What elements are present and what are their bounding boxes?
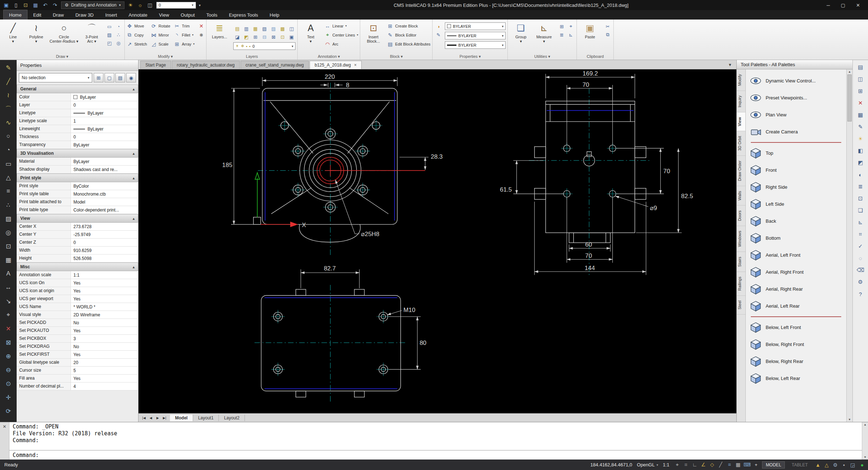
filter-button[interactable]: ◉ xyxy=(126,73,136,82)
hatch-tool[interactable]: ▨ xyxy=(106,31,114,38)
property-row-center-z[interactable]: Center Z0 xyxy=(17,239,138,247)
array-button[interactable]: ⊞Array▾ xyxy=(174,40,195,48)
scroll-up-icon[interactable]: ▲ xyxy=(864,423,867,426)
sun-icon[interactable]: ☼ xyxy=(137,2,144,8)
layer-merge-tool[interactable]: ▣ xyxy=(288,33,295,40)
palette-item-aerial-right-front[interactable]: Aerial, Right Front xyxy=(746,264,846,281)
palette-item-dynamic-view-control[interactable]: Dynamic View Control... xyxy=(746,72,846,89)
zoom-out-tool[interactable]: ⊖ xyxy=(1,363,15,376)
fillet-button[interactable]: ◝Fillet▾ xyxy=(174,31,195,39)
property-row-color[interactable]: ColorByLayer xyxy=(17,93,138,101)
dimension-tool[interactable]: ↔ xyxy=(1,281,15,294)
zoom-extents-tool[interactable]: ⊙ xyxy=(1,377,15,390)
quick-select-button[interactable]: ▤ xyxy=(115,73,125,82)
property-row-ucs-icon-at-origin[interactable]: UCS icon at originYes xyxy=(17,287,138,295)
render[interactable]: ◐ xyxy=(855,170,865,179)
layer-current-tool[interactable]: ⊠ xyxy=(269,33,277,40)
layer-states-tool[interactable]: ▥ xyxy=(242,25,250,32)
annotation-visibility-icon[interactable]: ▲ xyxy=(815,462,821,468)
multiline-tool[interactable]: ≡ xyxy=(1,185,15,198)
spline-tool[interactable]: ∿ xyxy=(1,116,15,129)
line-tool[interactable]: ╱ xyxy=(1,75,15,88)
tool-palettes-toggle[interactable]: ◫ xyxy=(855,75,865,84)
layer-freeze-tool[interactable]: ▨ xyxy=(269,25,277,32)
layer-combo[interactable]: ☀❄▪▪0▾ xyxy=(233,42,295,50)
edit-block-attributes-button[interactable]: ▤Edit Block Attributes xyxy=(387,40,430,48)
palette-tab-inquiry[interactable]: Inquiry xyxy=(737,91,745,112)
close-button[interactable]: ✕ xyxy=(856,3,860,8)
layer-thaw-tool[interactable]: ▩ xyxy=(278,25,286,32)
property-row-cursor-size[interactable]: Cursor size5 xyxy=(17,367,138,375)
ribbon-panel-label-properties[interactable]: Properties ▾ xyxy=(434,54,506,60)
erase-button[interactable]: ✕ xyxy=(198,22,204,30)
status-renderer[interactable]: OpenGL xyxy=(637,462,655,467)
open-icon[interactable]: ⊡ xyxy=(22,2,29,8)
ribbon-tab-help[interactable]: Help xyxy=(264,10,285,20)
find[interactable]: ◌ xyxy=(855,254,865,262)
property-row-linetype[interactable]: LinetypeByLayer xyxy=(17,109,138,117)
scroll-up-icon[interactable]: ▲ xyxy=(848,70,851,73)
property-row-set-pickauto[interactable]: Set PICKAUTOYes xyxy=(17,327,138,335)
ellipse-tool[interactable]: ◔ xyxy=(1,144,15,157)
trim-button[interactable]: ✂Trim xyxy=(174,22,195,30)
list-tool[interactable]: ≣ xyxy=(558,31,566,38)
status-coordinates[interactable]: 184.4162,84.4671,0 xyxy=(590,462,632,467)
calculator[interactable]: ⌗ xyxy=(855,230,865,239)
ribbon-panel-label-block[interactable]: Block ▾ xyxy=(362,54,430,60)
cut-tool[interactable]: ✂ xyxy=(604,23,612,30)
ribbon-tab-edit[interactable]: Edit xyxy=(28,10,47,20)
section-header-general[interactable]: General▴ xyxy=(17,85,138,93)
file-tabs-overflow-icon[interactable]: ▼ xyxy=(724,63,736,67)
palette-item-bottom[interactable]: Bottom xyxy=(746,230,846,247)
property-row-print-table-type[interactable]: Print table typeColor-dependent print... xyxy=(17,206,138,214)
palette-item-below-left-front[interactable]: Below, Left Front xyxy=(746,319,846,336)
line-button[interactable]: ╱Line ▾ xyxy=(2,20,24,54)
palette-tab-windows[interactable]: Windows xyxy=(737,226,745,252)
property-row-transparency[interactable]: TransparencyByLayer xyxy=(17,141,138,149)
property-row-global-linetype-scale[interactable]: Global linetype scale20 xyxy=(17,359,138,367)
ribbon-panel-label-utilities[interactable]: Utilities ▾ xyxy=(510,54,575,60)
circle-tool[interactable]: ○ xyxy=(1,130,15,143)
ribbon-tab-draw[interactable]: Draw xyxy=(47,10,69,20)
ribbon-tab-draw-3d[interactable]: Draw 3D xyxy=(70,10,99,20)
pan-tool[interactable]: ✛ xyxy=(1,391,15,404)
property-row-height[interactable]: Height526.5098 xyxy=(17,255,138,262)
ribbon-tab-output[interactable]: Output xyxy=(175,10,200,20)
ui-lock-icon[interactable]: ▪ xyxy=(841,462,847,468)
layout-nav-icon[interactable]: ◀ xyxy=(148,416,154,420)
toggle-pickadd-button[interactable]: ⊞ xyxy=(94,73,103,82)
clean-screen-icon[interactable]: ◲ xyxy=(850,462,856,468)
property-row-ucs-per-viewport[interactable]: UCS per viewportYes xyxy=(17,295,138,303)
ribbon-panel-label-modify[interactable]: Modify ▾ xyxy=(127,54,205,60)
polyline-button[interactable]: ≀Polyline ▾ xyxy=(25,20,47,54)
qat-overflow-icon[interactable]: ▾ xyxy=(199,3,201,7)
grid-toggle[interactable]: ⌗ xyxy=(683,462,689,468)
palette-item-create-camera[interactable]: Create Camera xyxy=(746,123,846,140)
palette-item-right-side[interactable]: Right Side xyxy=(746,179,846,196)
block-tool[interactable]: ⊡ xyxy=(1,240,15,253)
layout-tab-layout1[interactable]: Layout1 xyxy=(193,415,219,421)
property-row-fill-area[interactable]: Fill areaYes xyxy=(17,375,138,383)
region-tool[interactable]: ◰ xyxy=(106,39,114,47)
group-button[interactable]: ❏Group ▾ xyxy=(510,20,532,54)
explode-button[interactable]: ✸ xyxy=(198,31,204,39)
dyn-toggle[interactable]: ⌨ xyxy=(744,462,750,468)
file-tab-rotary-hydraulic-actuator-dwg[interactable]: rotary_hydraulic_actuator.dwg xyxy=(172,61,240,69)
palette-item-plan-view[interactable]: Plan View xyxy=(746,106,846,123)
palette-tab-railings[interactable]: Railings xyxy=(737,272,745,296)
property-row-shadow-display[interactable]: Shadow displayShadows cast and re... xyxy=(17,166,138,174)
property-row-print-style-table[interactable]: Print style tableMonochrome.ctb xyxy=(17,190,138,198)
property-row-layer[interactable]: Layer0 xyxy=(17,101,138,109)
sketch-tool[interactable]: ✎ xyxy=(1,61,15,74)
spell-check[interactable]: ✓ xyxy=(855,242,865,251)
rotate-button[interactable]: ⟳Rotate xyxy=(150,22,170,30)
file-tab-b125-a-2018-dwg[interactable]: b125_A_2018.dwg× xyxy=(310,61,362,69)
rectangle-tool[interactable]: ▭ xyxy=(106,23,114,30)
property-row-print-table-attached-to[interactable]: Print table attached toModel xyxy=(17,198,138,206)
close-tab-icon[interactable]: × xyxy=(354,63,357,68)
palette-item-back[interactable]: Back xyxy=(746,213,846,230)
drawing-canvas[interactable]: 220 8 185 28.3 ⌀25H8 169.2 70 70 82.5 ⌀9… xyxy=(139,69,736,413)
color-combo[interactable]: BYLAYER▾ xyxy=(445,22,506,30)
save-icon[interactable]: ▦ xyxy=(32,2,39,8)
arc-tool[interactable]: ⌒ xyxy=(1,102,15,115)
